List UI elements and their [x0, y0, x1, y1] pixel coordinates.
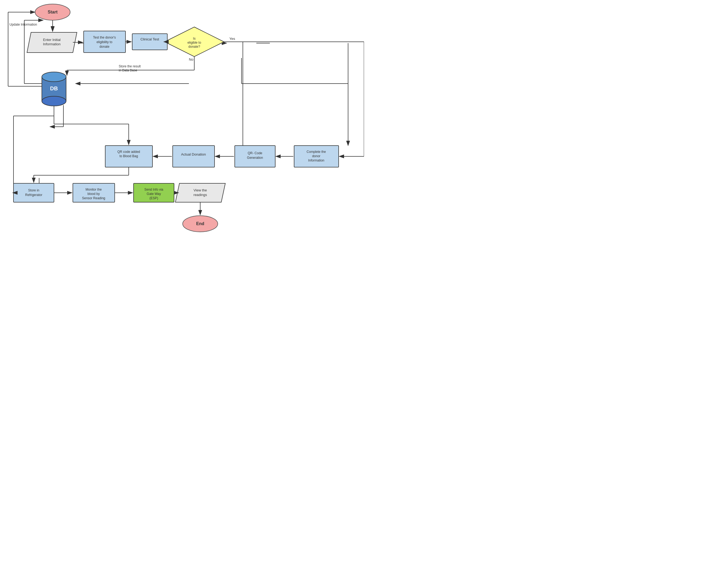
svg-text:View the: View the [193, 188, 207, 192]
svg-text:No: No [189, 57, 193, 62]
svg-text:eligibility to: eligibility to [97, 40, 113, 44]
svg-text:Sensor Reading: Sensor Reading [82, 196, 105, 200]
svg-text:Generation: Generation [247, 156, 263, 160]
flowchart: Start Enter Initial Information Test the… [0, 0, 364, 287]
svg-text:Actual Donation: Actual Donation [181, 152, 206, 156]
svg-text:Update Information: Update Information [9, 23, 37, 27]
svg-text:Start: Start [48, 10, 58, 14]
main-svg: Start Enter Initial Information Test the… [0, 0, 364, 287]
svg-rect-44 [173, 146, 215, 167]
svg-text:Send Info via: Send Info via [144, 188, 163, 192]
svg-text:End: End [196, 221, 204, 226]
svg-text:Is: Is [193, 37, 195, 40]
svg-text:QR- Code: QR- Code [248, 151, 262, 155]
svg-text:eligible to: eligible to [188, 41, 201, 44]
svg-text:Monitor the: Monitor the [85, 188, 102, 192]
svg-text:blood by: blood by [87, 192, 100, 196]
svg-text:to Blood Bag: to Blood Bag [119, 154, 138, 158]
svg-text:Information: Information [308, 159, 324, 162]
svg-text:donate?: donate? [188, 45, 200, 48]
svg-text:Test the donor's: Test the donor's [93, 36, 116, 39]
svg-text:Enter Initial: Enter Initial [43, 38, 61, 42]
svg-text:Gate Way: Gate Way [147, 192, 161, 196]
svg-rect-27 [132, 34, 167, 50]
svg-text:readings: readings [193, 193, 207, 197]
svg-text:Yes: Yes [229, 37, 235, 41]
svg-text:Clinical Test: Clinical Test [140, 37, 159, 41]
svg-text:DB: DB [50, 85, 58, 91]
svg-text:donor: donor [312, 154, 320, 158]
svg-text:Information: Information [43, 42, 61, 46]
svg-text:Store the result: Store the result [119, 65, 141, 68]
svg-text:Store in: Store in [28, 189, 39, 192]
svg-point-35 [42, 96, 66, 106]
svg-point-34 [42, 72, 66, 82]
svg-text:Refrigerator: Refrigerator [25, 193, 42, 197]
svg-text:Complete the: Complete the [307, 150, 326, 154]
svg-rect-49 [13, 183, 54, 202]
svg-text:in Data Base: in Data Base [119, 69, 137, 72]
svg-text:(ESP): (ESP) [150, 196, 158, 200]
svg-text:QR code added: QR code added [117, 150, 140, 154]
svg-text:donate: donate [100, 45, 110, 48]
